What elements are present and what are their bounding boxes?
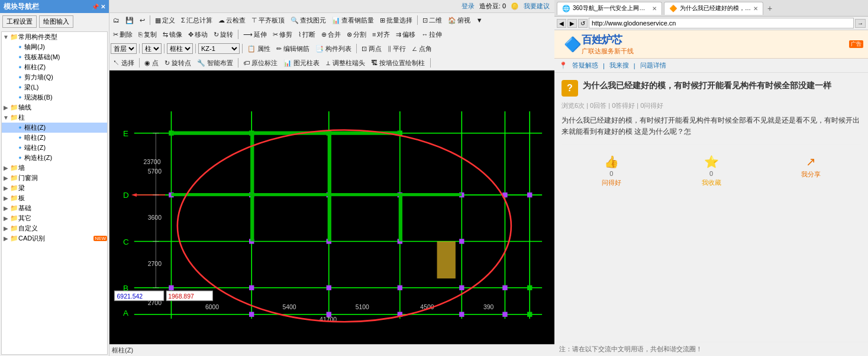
tree-item[interactable]: 🔹框柱(Z)	[2, 62, 107, 72]
expand-icon: ▶	[2, 165, 10, 171]
toolbar-smart-place[interactable]: 🔧 智能布置	[195, 58, 235, 68]
tree-item[interactable]: ▼📁柱	[2, 113, 107, 123]
tree-item[interactable]: 🔹暗柱(Z)	[2, 133, 107, 143]
toolbar-2d[interactable]: ⊡ 二维	[420, 15, 444, 25]
toolbar-split[interactable]: ⊗ 分割	[344, 30, 369, 40]
refresh-button[interactable]: ↺	[578, 19, 588, 28]
nav-link-search[interactable]: 我来搜	[609, 61, 629, 70]
tree-item[interactable]: ▶📁墙	[2, 163, 107, 173]
toolbar-break[interactable]: ⌇ 打断	[296, 30, 318, 40]
new-tab-button[interactable]: +	[765, 4, 775, 13]
draw-input-button[interactable]: 绘图输入	[39, 15, 73, 28]
toolbar-icon-undo[interactable]: ↩	[137, 16, 147, 25]
svg-text:5100: 5100	[356, 304, 369, 310]
tab1-close[interactable]: ✕	[652, 5, 657, 12]
toolbar-check[interactable]: ☁ 云检查	[216, 15, 248, 25]
toolbar-align-top[interactable]: ⊤ 平齐板顶	[249, 15, 287, 25]
toolbar-merge[interactable]: ⊕ 合并	[319, 30, 343, 40]
sep6	[195, 44, 196, 53]
toolbar-rebar[interactable]: 📊 查看钢筋量	[330, 15, 376, 25]
toolbar-select[interactable]: ↖ 选择	[111, 58, 137, 68]
ad-banner: 🔷 百姓炉芯 广联达服务新干线 广告	[554, 30, 868, 59]
tree-item[interactable]: 🔹端柱(Z)	[2, 143, 107, 153]
col-id-select[interactable]: KZ-1	[198, 43, 240, 54]
toolbar-mirror[interactable]: ⇆ 镜像	[160, 30, 185, 40]
tree-item[interactable]: ▶📁梁	[2, 183, 107, 193]
toolbar-icon-group[interactable]: 🗂	[111, 16, 122, 24]
toolbar-batch[interactable]: ⊞ 批量选择	[377, 15, 415, 25]
toolbar-rotate-point[interactable]: ↻ 旋转点	[162, 58, 193, 68]
like-button[interactable]: 👍 0 问得好	[562, 150, 662, 192]
toolbar-trim[interactable]: ✂ 修剪	[270, 30, 295, 40]
toolbar-extend[interactable]: ⟶ 延伸	[241, 30, 269, 40]
svg-rect-62	[329, 193, 400, 196]
file-icon: 🔹	[16, 73, 24, 81]
panel-buttons: 工程设置 绘图输入	[0, 13, 109, 30]
tree-item[interactable]: 🔹轴网(J)	[2, 42, 107, 52]
toolbar-find[interactable]: 🔍 查找图元	[288, 15, 328, 25]
col-type-select[interactable]: 框柱	[167, 43, 193, 54]
back-button[interactable]: ◀	[557, 19, 566, 28]
toolbar-copy[interactable]: ⎘ 复制	[136, 30, 159, 40]
toolbar-rotate[interactable]: ↻ 旋转	[211, 30, 235, 40]
toolbar-properties[interactable]: 📋 属性	[245, 44, 273, 54]
tree-item[interactable]: ▶📁其它	[2, 213, 107, 223]
tree-item[interactable]: 🔹剪力墙(Q)	[2, 72, 107, 82]
tab2-close[interactable]: ✕	[753, 5, 758, 12]
nav-link-qa[interactable]: 答疑解惑	[572, 61, 598, 70]
tree-item[interactable]: ▶📁轴线	[2, 102, 107, 113]
toolbar-align[interactable]: ≡ 对齐	[370, 30, 392, 40]
toolbar-icon-save[interactable]: 💾	[123, 16, 136, 25]
forward-button[interactable]: ▶	[567, 19, 577, 28]
toolbar-view-dropdown[interactable]: ▼	[474, 16, 485, 24]
toolbar-define[interactable]: ▦ 定义	[153, 15, 178, 25]
tree-item[interactable]: ▼📁常用构件类型	[2, 32, 107, 42]
tree-item[interactable]: 🔹筏板基础(M)	[2, 52, 107, 62]
toolbar-in-situ-label[interactable]: 🏷 原位标注	[241, 58, 280, 68]
share-button[interactable]: ↗ 我分享	[761, 150, 861, 192]
tree-item[interactable]: 🔹构造柱(Z)	[2, 153, 107, 163]
tree-item[interactable]: ▶📁CAD识别NEW	[2, 233, 107, 243]
toolbar-calc[interactable]: Σ 汇总计算	[179, 15, 215, 25]
toolbar-stretch[interactable]: ↔ 拉伸	[419, 30, 444, 40]
collect-button[interactable]: ⭐ 0 我收藏	[662, 150, 761, 192]
tree-item[interactable]: ▶📁板	[2, 193, 107, 203]
toolbar-delete[interactable]: ✂ 删除	[111, 30, 135, 40]
tree-item[interactable]: 🔹现浇板(B)	[2, 92, 107, 102]
toolbar-move[interactable]: ✥ 移动	[186, 30, 210, 40]
tree-item[interactable]: ▶📁门窗洞	[2, 173, 107, 183]
question-body: 为什么我已经建好的模，有时候打开能看见构件有时候全部看不见就是还是看不见，有时候…	[562, 115, 861, 137]
toolbar-col-table[interactable]: 📊 图元柱表	[281, 58, 322, 68]
toolbar-point-angle[interactable]: ∠ 点角	[409, 44, 434, 54]
floor-select[interactable]: 首层	[111, 43, 137, 54]
expand-icon: ▶	[2, 205, 10, 211]
coin-icon: 🪙	[511, 2, 519, 10]
browser-tab-1[interactable]: 🌐 360导航_新一代安全上网导航 ✕	[557, 2, 662, 15]
address-bar-input[interactable]	[589, 18, 854, 28]
toolbar-two-point[interactable]: ⊡ 两点	[359, 44, 384, 54]
tree-label: 梁(L)	[24, 83, 107, 92]
tree-item[interactable]: 🔹梁(L)	[2, 82, 107, 92]
sep8	[356, 44, 357, 53]
tree-item[interactable]: ▶📁自定义	[2, 223, 107, 233]
login-link[interactable]: 登录	[462, 2, 475, 11]
toolbar-member-list[interactable]: 📑 构件列表	[313, 44, 354, 54]
toolbar-point[interactable]: ◉ 点	[142, 58, 161, 68]
engineering-settings-button[interactable]: 工程设置	[2, 15, 37, 28]
toolbar-adjust-col-end[interactable]: ⊥ 调整柱端头	[323, 58, 367, 68]
toolbar-edit-rebar[interactable]: ✏ 编辑钢筋	[274, 44, 312, 54]
element-type-select[interactable]: 柱	[142, 43, 162, 54]
tree-item[interactable]: 🔹框柱(Z)	[2, 123, 107, 133]
svg-rect-51	[249, 312, 254, 317]
nav-link-detail[interactable]: 问题详情	[640, 61, 666, 70]
cad-canvas[interactable]: E D C B A 237	[109, 70, 554, 344]
toolbar-offset[interactable]: ⇉ 偏移	[393, 30, 418, 40]
tree-item[interactable]: ▶📁基础	[2, 203, 107, 213]
go-button[interactable]: →	[855, 19, 866, 28]
toolbar-draw-by-wall[interactable]: 🏗 按墙位置绘制柱	[369, 58, 427, 68]
feedback-link[interactable]: 我要建议	[524, 2, 550, 11]
browser-tab-2[interactable]: 🔶 为什么我已经建好的模，有时候... ✕	[664, 2, 763, 15]
toolbar-parallel[interactable]: ∥ 平行	[385, 44, 408, 54]
svg-rect-60	[171, 193, 251, 196]
toolbar-view[interactable]: 🏠 俯视	[446, 15, 473, 25]
